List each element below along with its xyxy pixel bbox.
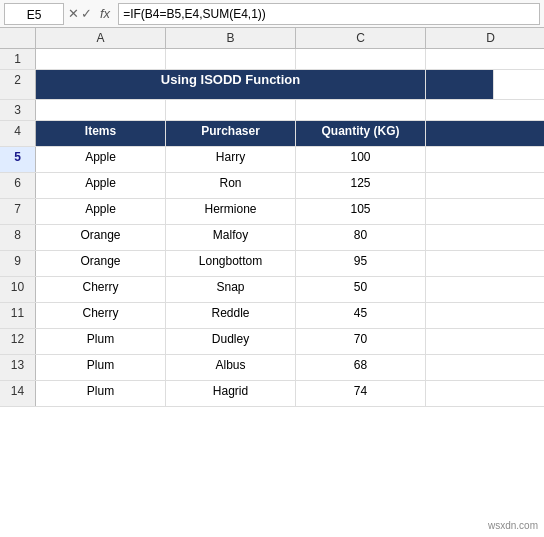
row-num-10: 10 xyxy=(0,277,36,302)
table-row: 12 Plum Dudley 70 xyxy=(0,329,544,355)
row-num-4: 4 xyxy=(0,121,36,146)
cell-d6[interactable] xyxy=(426,173,544,198)
watermark: wsxdn.com xyxy=(488,520,538,531)
cell-e2[interactable] xyxy=(426,70,494,99)
cell-d1[interactable] xyxy=(426,49,544,69)
cell-b8[interactable]: Malfoy xyxy=(166,225,296,250)
cell-d8[interactable] xyxy=(426,225,544,250)
cell-a8[interactable]: Orange xyxy=(36,225,166,250)
cell-c11[interactable]: 45 xyxy=(296,303,426,328)
corner-header xyxy=(0,28,36,48)
row-num-5: 5 xyxy=(0,147,36,172)
row-num-8: 8 xyxy=(0,225,36,250)
row-num-11: 11 xyxy=(0,303,36,328)
table-row: 13 Plum Albus 68 xyxy=(0,355,544,381)
table-row: 3 xyxy=(0,100,544,121)
cell-b4[interactable]: Purchaser xyxy=(166,121,296,146)
cell-a13[interactable]: Plum xyxy=(36,355,166,380)
cell-b6[interactable]: Ron xyxy=(166,173,296,198)
cell-b7[interactable]: Hermione xyxy=(166,199,296,224)
cell-a4[interactable]: Items xyxy=(36,121,166,146)
row-num-7: 7 xyxy=(0,199,36,224)
cell-d7[interactable] xyxy=(426,199,544,224)
table-row: 10 Cherry Snap 50 xyxy=(0,277,544,303)
row-num-13: 13 xyxy=(0,355,36,380)
cell-b13[interactable]: Albus xyxy=(166,355,296,380)
row-num-6: 6 xyxy=(0,173,36,198)
col-header-c[interactable]: C xyxy=(296,28,426,48)
cell-d5[interactable] xyxy=(426,147,544,172)
cell-c1[interactable] xyxy=(296,49,426,69)
column-headers: A B C D E xyxy=(0,28,544,49)
cell-a9[interactable]: Orange xyxy=(36,251,166,276)
table-row: 7 Apple Hermione 105 xyxy=(0,199,544,225)
cell-a6[interactable]: Apple xyxy=(36,173,166,198)
cell-b14[interactable]: Hagrid xyxy=(166,381,296,406)
cell-a7[interactable]: Apple xyxy=(36,199,166,224)
row-num-14: 14 xyxy=(0,381,36,406)
table-row: 8 Orange Malfoy 80 xyxy=(0,225,544,251)
cell-b3[interactable] xyxy=(166,100,296,120)
col-header-a[interactable]: A xyxy=(36,28,166,48)
col-header-d[interactable]: D xyxy=(426,28,544,48)
table-row: 5 Apple Harry 100 1 xyxy=(0,147,544,173)
cell-c10[interactable]: 50 xyxy=(296,277,426,302)
table-row: 14 Plum Hagrid 74 xyxy=(0,381,544,407)
table-row: 1 xyxy=(0,49,544,70)
cell-b10[interactable]: Snap xyxy=(166,277,296,302)
table-row: 9 Orange Longbottom 95 xyxy=(0,251,544,277)
formula-bar-controls: ✕ ✓ xyxy=(68,6,92,21)
cell-a2[interactable]: Using ISODD Function xyxy=(36,70,426,99)
row-num-12: 12 xyxy=(0,329,36,354)
cell-c9[interactable]: 95 xyxy=(296,251,426,276)
row-num-9: 9 xyxy=(0,251,36,276)
cancel-icon[interactable]: ✕ xyxy=(68,6,79,21)
table-row: 11 Cherry Reddle 45 xyxy=(0,303,544,329)
cell-b5[interactable]: Harry xyxy=(166,147,296,172)
cell-a1[interactable] xyxy=(36,49,166,69)
cell-c4[interactable]: Quantity (KG) xyxy=(296,121,426,146)
cell-c3[interactable] xyxy=(296,100,426,120)
confirm-icon[interactable]: ✓ xyxy=(81,6,92,21)
cell-b1[interactable] xyxy=(166,49,296,69)
cell-a11[interactable]: Cherry xyxy=(36,303,166,328)
cell-d13[interactable] xyxy=(426,355,544,380)
row-num-1: 1 xyxy=(0,49,36,69)
row-num-2: 2 xyxy=(0,70,36,99)
cell-b9[interactable]: Longbottom xyxy=(166,251,296,276)
cell-c14[interactable]: 74 xyxy=(296,381,426,406)
cell-d9[interactable] xyxy=(426,251,544,276)
cell-name-box[interactable]: E5 xyxy=(4,3,64,25)
cell-c6[interactable]: 125 xyxy=(296,173,426,198)
cell-b12[interactable]: Dudley xyxy=(166,329,296,354)
col-header-b[interactable]: B xyxy=(166,28,296,48)
cell-a10[interactable]: Cherry xyxy=(36,277,166,302)
table-row: 6 Apple Ron 125 xyxy=(0,173,544,199)
cell-a3[interactable] xyxy=(36,100,166,120)
cell-d3[interactable] xyxy=(426,100,544,120)
formula-input[interactable] xyxy=(118,3,540,25)
sheet-body: 1 2 Using ISODD Function 3 4 Items Purc xyxy=(0,49,544,537)
cell-a5[interactable]: Apple xyxy=(36,147,166,172)
cell-d10[interactable] xyxy=(426,277,544,302)
cell-c13[interactable]: 68 xyxy=(296,355,426,380)
cell-c8[interactable]: 80 xyxy=(296,225,426,250)
cell-d14[interactable] xyxy=(426,381,544,406)
cell-d4[interactable] xyxy=(426,121,544,146)
cell-c12[interactable]: 70 xyxy=(296,329,426,354)
cell-a12[interactable]: Plum xyxy=(36,329,166,354)
cell-a14[interactable]: Plum xyxy=(36,381,166,406)
table-row: 2 Using ISODD Function xyxy=(0,70,544,100)
table-row: 4 Items Purchaser Quantity (KG) 0 xyxy=(0,121,544,147)
row-num-3: 3 xyxy=(0,100,36,120)
cell-d11[interactable] xyxy=(426,303,544,328)
cell-c5[interactable]: 100 xyxy=(296,147,426,172)
spreadsheet: A B C D E 1 2 Using ISODD Function 3 xyxy=(0,28,544,537)
formula-bar: E5 ✕ ✓ fx xyxy=(0,0,544,28)
cell-d12[interactable] xyxy=(426,329,544,354)
cell-c7[interactable]: 105 xyxy=(296,199,426,224)
cell-b11[interactable]: Reddle xyxy=(166,303,296,328)
fx-icon: fx xyxy=(100,6,110,21)
